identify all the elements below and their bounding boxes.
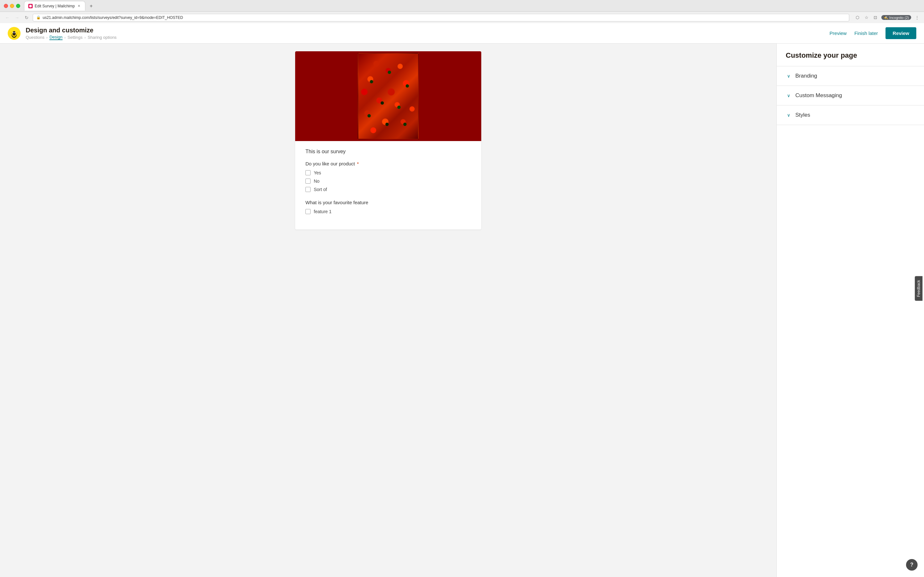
- chevron-branding-icon: ∨: [786, 73, 792, 79]
- svg-point-3: [13, 31, 16, 35]
- option-no: No: [305, 179, 471, 184]
- close-window-button[interactable]: [4, 4, 8, 8]
- preview-link[interactable]: Preview: [830, 31, 846, 36]
- header-actions: Preview Finish later Review: [830, 27, 916, 39]
- question-2-block: What is your favourite feature feature 1: [305, 200, 471, 214]
- tab-close-button[interactable]: ✕: [77, 4, 81, 8]
- help-button[interactable]: ?: [906, 559, 918, 571]
- finish-later-link[interactable]: Finish later: [855, 31, 878, 36]
- breadcrumb-questions[interactable]: Questions: [26, 35, 45, 40]
- svg-point-9: [16, 32, 18, 35]
- main-layout: This is our survey Do you like our produ…: [0, 44, 924, 577]
- svg-point-8: [10, 32, 12, 35]
- preview-area: This is our survey Do you like our produ…: [0, 44, 776, 577]
- review-button[interactable]: Review: [885, 27, 916, 39]
- option-feature1-label: feature 1: [314, 209, 331, 214]
- incognito-icon: 🕵: [884, 15, 888, 19]
- accordion-messaging-label: Custom Messaging: [795, 92, 842, 99]
- option-yes: Yes: [305, 170, 471, 175]
- option-feature1: feature 1: [305, 209, 471, 214]
- address-bar[interactable]: 🔒 us21.admin.mailchimp.com/lists/surveys…: [33, 14, 849, 21]
- incognito-label: Incognito (2): [889, 16, 909, 19]
- tab-favicon: [28, 4, 33, 8]
- accordion-branding-header[interactable]: ∨ Branding: [777, 66, 924, 85]
- flowers-image: [358, 53, 419, 139]
- accordion-branding: ∨ Branding: [777, 66, 924, 85]
- accordion-styles: ∨ Styles: [777, 105, 924, 125]
- breadcrumb-sharing[interactable]: Sharing options: [87, 35, 116, 40]
- option-no-label: No: [314, 179, 320, 184]
- active-tab[interactable]: Edit Survey | Mailchimp ✕: [24, 1, 86, 11]
- browser-tabs: Edit Survey | Mailchimp ✕ +: [24, 1, 920, 11]
- question-1-label: Do you like our product *: [305, 161, 471, 166]
- incognito-badge: 🕵 Incognito (2): [881, 15, 911, 20]
- customize-title: Customize your page: [777, 51, 924, 66]
- browser-profile-icon[interactable]: ⊡: [872, 15, 879, 21]
- accordion-styles-header[interactable]: ∨ Styles: [777, 105, 924, 125]
- checkbox-yes[interactable]: [305, 170, 310, 175]
- mailchimp-logo: [8, 27, 21, 40]
- cast-icon[interactable]: ⬡: [855, 15, 861, 21]
- option-sort-of: Sort of: [305, 187, 471, 192]
- header-title-block: Design and customize Questions › Design …: [26, 26, 830, 40]
- survey-title: This is our survey: [305, 149, 471, 155]
- breadcrumb-sep-2: ›: [65, 35, 66, 39]
- bookmark-icon[interactable]: ☆: [863, 15, 870, 21]
- browser-titlebar: Edit Survey | Mailchimp ✕ +: [0, 0, 924, 11]
- accordion-branding-label: Branding: [795, 73, 817, 79]
- feedback-button[interactable]: Feedback: [915, 276, 923, 301]
- menu-icon[interactable]: ⋮: [914, 15, 920, 21]
- option-yes-label: Yes: [314, 170, 321, 175]
- browser-toolbar: ← → ↻ 🔒 us21.admin.mailchimp.com/lists/s…: [0, 11, 924, 23]
- accordion-styles-label: Styles: [795, 112, 810, 118]
- back-button[interactable]: ←: [4, 14, 11, 21]
- survey-card: This is our survey Do you like our produ…: [295, 51, 481, 229]
- option-sort-of-label: Sort of: [314, 187, 327, 192]
- tab-title: Edit Survey | Mailchimp: [35, 4, 75, 8]
- breadcrumb-sep-3: ›: [84, 35, 86, 39]
- accordion-messaging-header[interactable]: ∨ Custom Messaging: [777, 86, 924, 105]
- maximize-window-button[interactable]: [16, 4, 20, 8]
- chevron-styles-icon: ∨: [786, 113, 792, 118]
- browser-chrome: Edit Survey | Mailchimp ✕ + ← → ↻ 🔒 us21…: [0, 0, 924, 23]
- required-indicator: *: [355, 161, 359, 166]
- checkbox-sort-of[interactable]: [305, 187, 310, 192]
- breadcrumb: Questions › Design › Settings › Sharing …: [26, 35, 830, 40]
- new-tab-button[interactable]: +: [87, 2, 95, 11]
- svg-point-7: [15, 32, 16, 33]
- app-header: Design and customize Questions › Design …: [0, 23, 924, 44]
- breadcrumb-sep-1: ›: [47, 35, 48, 39]
- chevron-messaging-icon: ∨: [786, 93, 792, 98]
- checkbox-feature1[interactable]: [305, 209, 310, 214]
- survey-header-image: [295, 51, 481, 141]
- url-text: us21.admin.mailchimp.com/lists/surveys/e…: [43, 15, 183, 20]
- toolbar-right: ⬡ ☆ ⊡ 🕵 Incognito (2) ⋮: [855, 15, 920, 21]
- checkbox-no[interactable]: [305, 179, 310, 184]
- question-1-block: Do you like our product * Yes No Sort of: [305, 161, 471, 192]
- breadcrumb-design[interactable]: Design: [49, 35, 62, 40]
- reload-button[interactable]: ↻: [23, 14, 30, 21]
- svg-point-6: [13, 32, 14, 33]
- survey-body: This is our survey Do you like our produ…: [295, 141, 481, 229]
- question-2-label: What is your favourite feature: [305, 200, 471, 205]
- security-lock-icon: 🔒: [36, 15, 41, 19]
- right-panel: Customize your page ∨ Branding ∨ Custom …: [776, 44, 924, 577]
- minimize-window-button[interactable]: [10, 4, 14, 8]
- page-title: Design and customize: [26, 26, 830, 34]
- traffic-lights: [4, 4, 20, 8]
- accordion-custom-messaging: ∨ Custom Messaging: [777, 85, 924, 105]
- forward-button[interactable]: →: [13, 14, 21, 21]
- breadcrumb-settings[interactable]: Settings: [67, 35, 82, 40]
